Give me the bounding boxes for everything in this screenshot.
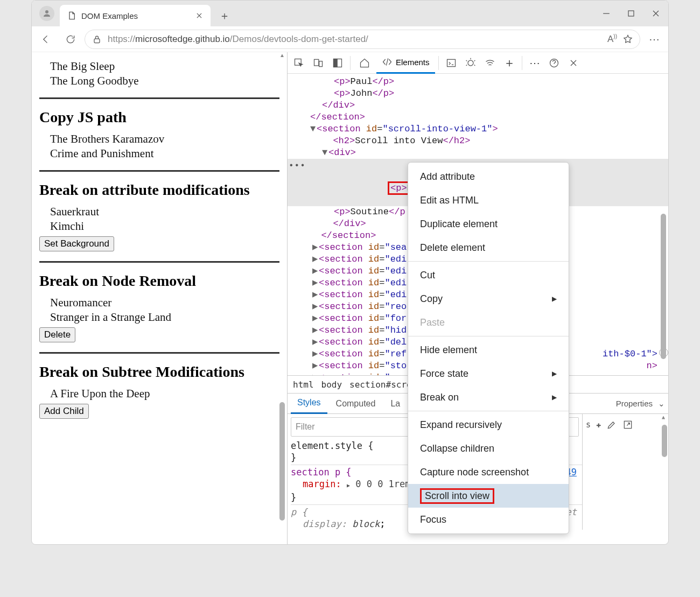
more-actions-icon[interactable]: ••• bbox=[289, 160, 306, 172]
svg-line-18 bbox=[474, 65, 475, 66]
properties-tab[interactable]: Properties bbox=[616, 399, 653, 408]
list-item: A Fire Upon the Deep bbox=[50, 387, 279, 401]
ctx-label: Expand recursively bbox=[420, 419, 502, 431]
submenu-arrow-icon: ▶ bbox=[552, 370, 557, 377]
ctx-label: Delete element bbox=[420, 242, 485, 254]
delete-button[interactable]: Delete bbox=[39, 327, 75, 342]
svg-line-17 bbox=[466, 65, 467, 66]
computed-tab[interactable]: Computed bbox=[330, 394, 382, 414]
dock-icon[interactable] bbox=[328, 54, 347, 72]
svg-rect-4 bbox=[628, 11, 634, 16]
tab-title: DOM Examples bbox=[81, 11, 138, 20]
submenu-arrow-icon: ▶ bbox=[552, 295, 557, 303]
brush-icon[interactable] bbox=[606, 419, 617, 430]
divider bbox=[39, 97, 279, 99]
browser-menu-button[interactable]: ⋯ bbox=[643, 29, 665, 50]
svg-line-15 bbox=[466, 60, 467, 61]
ctx-label: Capture node screenshot bbox=[420, 467, 529, 478]
profile-button[interactable] bbox=[39, 6, 54, 21]
styles-tab[interactable]: Styles bbox=[291, 394, 327, 414]
ctx-focus[interactable]: Focus bbox=[408, 508, 569, 531]
list-item: Kimchi bbox=[50, 220, 279, 233]
svg-point-14 bbox=[468, 60, 473, 66]
ctx-add-attribute[interactable]: Add attribute bbox=[408, 165, 569, 188]
favorite-icon[interactable] bbox=[622, 34, 633, 45]
ctx-label: Focus bbox=[420, 514, 446, 525]
add-child-button[interactable]: Add Child bbox=[39, 404, 89, 419]
divider bbox=[39, 261, 279, 263]
console-icon[interactable] bbox=[442, 54, 460, 72]
devtools-close-icon[interactable] bbox=[564, 54, 583, 72]
refresh-button[interactable] bbox=[60, 29, 81, 50]
ctx-scroll-into-view[interactable]: Scroll into view bbox=[408, 484, 569, 508]
submenu-arrow-icon: ▶ bbox=[552, 394, 557, 401]
list-item: Crime and Punishment bbox=[50, 147, 279, 160]
page-heading: Break on Subtree Modifications bbox=[39, 363, 279, 381]
list-item: Stranger in a Strange Land bbox=[50, 311, 279, 324]
url-box[interactable]: https://microsoftedge.github.io/Demos/de… bbox=[85, 30, 640, 49]
ctx-screenshot[interactable]: Capture node screenshot bbox=[408, 460, 569, 484]
close-button[interactable] bbox=[643, 1, 668, 26]
ctx-label: Add attribute bbox=[420, 171, 475, 182]
read-aloud-icon[interactable]: A)) bbox=[607, 33, 617, 45]
context-menu-separator bbox=[408, 261, 569, 262]
add-rule-icon[interactable]: ✚ bbox=[596, 420, 601, 430]
lock-icon bbox=[92, 34, 102, 45]
inspect-icon[interactable] bbox=[290, 54, 308, 72]
ctx-copy[interactable]: Copy▶ bbox=[408, 287, 569, 311]
ctx-edit-as-html[interactable]: Edit as HTML bbox=[408, 188, 569, 212]
ctx-label: Copy bbox=[420, 293, 443, 305]
svg-rect-9 bbox=[314, 59, 319, 66]
ctx-force-state[interactable]: Force state▶ bbox=[408, 362, 569, 385]
svg-rect-7 bbox=[94, 39, 100, 43]
new-tab-button[interactable]: ＋ bbox=[216, 7, 233, 24]
page-icon bbox=[67, 11, 76, 20]
devtools-menu-icon[interactable]: ⋯ bbox=[526, 54, 544, 72]
minimize-button[interactable] bbox=[594, 1, 619, 26]
ctx-paste: Paste bbox=[408, 311, 569, 334]
device-toggle-icon[interactable] bbox=[309, 54, 327, 72]
ctx-cut[interactable]: Cut bbox=[408, 263, 569, 287]
ctx-hide[interactable]: Hide element bbox=[408, 338, 569, 362]
expand-icon[interactable] bbox=[622, 419, 633, 430]
list-item: Sauerkraut bbox=[50, 205, 279, 219]
network-conditions-icon[interactable] bbox=[481, 54, 499, 72]
page-content: The Big Sleep The Long Goodbye Copy JS p… bbox=[32, 52, 287, 544]
tab-close-icon[interactable] bbox=[195, 12, 203, 19]
ctx-label: Edit as HTML bbox=[420, 195, 479, 206]
svg-rect-12 bbox=[334, 59, 338, 67]
ctx-label: Break on bbox=[420, 392, 459, 403]
page-scrollbar[interactable]: ▲ bbox=[278, 52, 286, 544]
ctx-expand[interactable]: Expand recursively bbox=[408, 413, 569, 437]
ctx-label: Paste bbox=[420, 317, 445, 328]
ctx-label: Duplicate element bbox=[420, 219, 498, 230]
browser-tab[interactable]: DOM Examples bbox=[60, 5, 211, 26]
address-bar: https://microsoftedge.github.io/Demos/de… bbox=[32, 26, 668, 52]
ctx-label: Cut bbox=[420, 270, 435, 281]
issues-icon[interactable] bbox=[461, 54, 480, 72]
devtools-toolbar: Elements ＋ ⋯ bbox=[288, 52, 668, 74]
svg-rect-13 bbox=[447, 59, 455, 66]
maximize-button[interactable] bbox=[619, 1, 643, 26]
ctx-label: Collapse children bbox=[420, 443, 494, 454]
chevron-down-icon[interactable]: ⌄ bbox=[658, 399, 665, 409]
back-button[interactable] bbox=[35, 29, 57, 50]
sidebar-scrollbar[interactable]: ▲ bbox=[661, 414, 668, 530]
tree-scrollbar[interactable] bbox=[660, 74, 667, 375]
titlebar: DOM Examples ＋ bbox=[32, 1, 668, 26]
ctx-delete[interactable]: Delete element bbox=[408, 236, 569, 259]
ctx-duplicate[interactable]: Duplicate element bbox=[408, 212, 569, 236]
set-background-button[interactable]: Set Background bbox=[39, 236, 114, 251]
ctx-break-on[interactable]: Break on▶ bbox=[408, 385, 569, 409]
context-menu[interactable]: Add attributeEdit as HTMLDuplicate eleme… bbox=[408, 162, 569, 534]
more-tools-icon[interactable]: ＋ bbox=[500, 54, 519, 72]
ctx-collapse[interactable]: Collapse children bbox=[408, 437, 569, 460]
page-heading: Break on Node Removal bbox=[39, 272, 279, 290]
page-heading: Copy JS path bbox=[39, 109, 279, 126]
elements-tab[interactable]: Elements bbox=[376, 52, 435, 74]
help-icon[interactable] bbox=[545, 54, 563, 72]
welcome-tab[interactable] bbox=[354, 52, 375, 74]
svg-rect-10 bbox=[319, 61, 323, 66]
page-heading: Break on attribute modifications bbox=[39, 181, 279, 199]
layout-tab[interactable]: La bbox=[384, 394, 407, 414]
